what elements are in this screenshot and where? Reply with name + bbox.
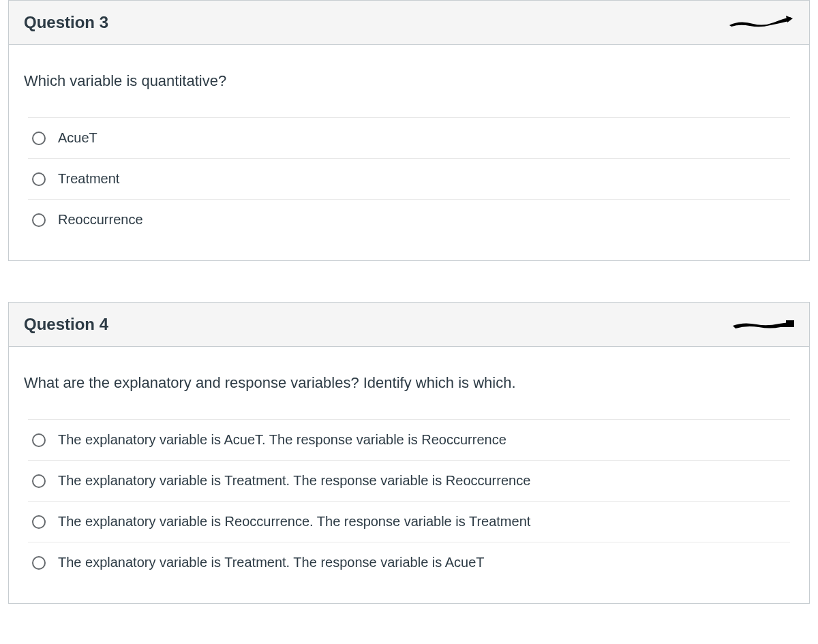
redaction-mark-icon — [726, 13, 794, 32]
option-label[interactable]: Treatment — [58, 171, 119, 187]
question-prompt: Which variable is quantitative? — [24, 72, 794, 90]
question-prompt: What are the explanatory and response va… — [24, 374, 794, 392]
option-row[interactable]: The explanatory variable is Reoccurrence… — [28, 501, 790, 542]
option-row[interactable]: The explanatory variable is Treatment. T… — [28, 542, 790, 583]
option-row[interactable]: The explanatory variable is Treatment. T… — [28, 460, 790, 501]
option-label[interactable]: The explanatory variable is Treatment. T… — [58, 555, 485, 570]
question-header: Question 3 — [9, 1, 809, 45]
option-row[interactable]: Reoccurrence — [28, 199, 790, 240]
radio-button[interactable] — [32, 474, 46, 488]
radio-button[interactable] — [32, 213, 46, 227]
radio-button[interactable] — [32, 556, 46, 570]
radio-button[interactable] — [32, 515, 46, 529]
question-body: What are the explanatory and response va… — [9, 347, 809, 603]
option-label[interactable]: The explanatory variable is AcueT. The r… — [58, 432, 506, 448]
svg-rect-0 — [786, 320, 794, 327]
question-card: Question 3 Which variable is quantitativ… — [8, 0, 810, 261]
option-label[interactable]: Reoccurrence — [58, 212, 143, 228]
redaction-mark-icon — [726, 315, 794, 334]
question-body: Which variable is quantitative? AcueT Tr… — [9, 45, 809, 260]
radio-button[interactable] — [32, 433, 46, 447]
option-label[interactable]: The explanatory variable is Treatment. T… — [58, 473, 530, 489]
option-label[interactable]: AcueT — [58, 130, 97, 146]
options-list: AcueT Treatment Reoccurrence — [28, 117, 790, 240]
options-list: The explanatory variable is AcueT. The r… — [28, 419, 790, 583]
option-label[interactable]: The explanatory variable is Reoccurrence… — [58, 514, 530, 530]
question-header: Question 4 — [9, 303, 809, 347]
option-row[interactable]: The explanatory variable is AcueT. The r… — [28, 419, 790, 460]
option-row[interactable]: AcueT — [28, 117, 790, 158]
option-row[interactable]: Treatment — [28, 158, 790, 199]
question-card: Question 4 What are the explanatory and … — [8, 302, 810, 604]
question-title: Question 4 — [24, 315, 108, 334]
question-title: Question 3 — [24, 13, 108, 32]
radio-button[interactable] — [32, 172, 46, 186]
radio-button[interactable] — [32, 132, 46, 145]
